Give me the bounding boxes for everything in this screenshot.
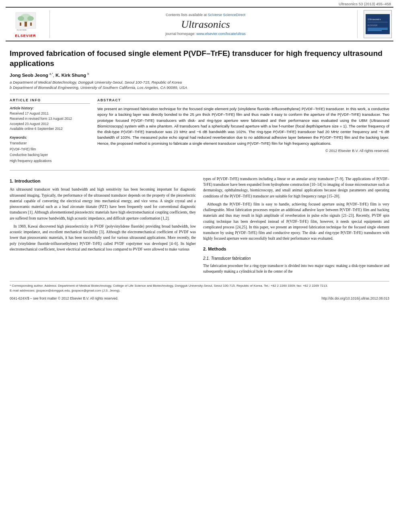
email-note: E-mail addresses: jjsspace@dongguk.edu, … bbox=[10, 288, 389, 293]
journal-center: Contents lists available at SciVerse Sci… bbox=[54, 10, 357, 38]
journal-ref-text: Ultrasonics 53 (2013) 455–458 bbox=[339, 2, 391, 6]
info-abstract-row: ARTICLE INFO Article history: Received 1… bbox=[10, 98, 389, 164]
divider bbox=[10, 94, 389, 94]
svg-rect-5 bbox=[20, 23, 21, 26]
authors-line: Jong Seob Jeong a,*, K. Kirk Shung b bbox=[10, 72, 389, 78]
keyword-1: Transducer bbox=[10, 140, 90, 146]
journal-logo-right: Ultrasonics ELSEVIER bbox=[357, 10, 393, 38]
elsevier-figure-icon: ELSEVIER bbox=[14, 10, 38, 33]
sciverse-line: Contents lists available at SciVerse Sci… bbox=[54, 13, 357, 17]
elsevier-logo: ELSEVIER ELSEVIER bbox=[6, 10, 50, 38]
abstract-text: We present an improved fabrication techn… bbox=[97, 106, 389, 146]
affiliation-a: a Department of Medical Biotechnology, D… bbox=[10, 80, 389, 84]
svg-rect-2 bbox=[25, 22, 27, 27]
keywords-label: Keywords: bbox=[10, 136, 90, 140]
methods-text: The fabrication procedure for a ring-typ… bbox=[203, 263, 389, 275]
svg-point-4 bbox=[27, 16, 34, 21]
date-received: Received 17 August 2011 bbox=[10, 111, 90, 116]
ultrasonics-logo-box: Ultrasonics ELSEVIER bbox=[364, 10, 392, 38]
svg-text:ELSEVIER: ELSEVIER bbox=[368, 24, 378, 27]
history-label: Article history: bbox=[10, 106, 90, 110]
svg-rect-13 bbox=[368, 29, 388, 30]
abstract-col: ABSTRACT We present an improved fabricat… bbox=[97, 98, 389, 164]
svg-rect-12 bbox=[368, 28, 388, 29]
elsevier-label: ELSEVIER bbox=[15, 34, 36, 38]
svg-rect-6 bbox=[30, 23, 32, 26]
svg-rect-14 bbox=[368, 30, 382, 31]
date-accepted: Accepted 23 August 2012 bbox=[10, 121, 90, 127]
doi-line[interactable]: http://dx.doi.org/10.1016/j.ultras.2012.… bbox=[321, 296, 389, 300]
affiliation-b: b Department of Biomedical Engineering, … bbox=[10, 85, 389, 90]
keyword-2: P(VDF-TrFE) film bbox=[10, 146, 90, 152]
ultrasonics-logo-icon: Ultrasonics ELSEVIER bbox=[366, 14, 390, 34]
corresponding-author-note: * Corresponding author. Address: Departm… bbox=[10, 283, 389, 288]
keyword-3: Conductive backing layer bbox=[10, 152, 90, 158]
svg-text:Ultrasonics: Ultrasonics bbox=[368, 18, 381, 21]
footer-bar: 0041-624X/$ – see front matter © 2012 El… bbox=[0, 295, 399, 302]
intro-title: 1. Introduction bbox=[10, 178, 196, 185]
article-info-col: ARTICLE INFO Article history: Received 1… bbox=[10, 98, 90, 164]
article-outer: Improved fabrication of focused single e… bbox=[0, 41, 399, 168]
keyword-4: High frequency applications bbox=[10, 158, 90, 164]
date-available: Available online 6 September 2012 bbox=[10, 126, 90, 131]
copyright-line: © 2012 Elsevier B.V. All rights reserved… bbox=[97, 149, 389, 153]
article-title: Improved fabrication of focused single e… bbox=[10, 49, 389, 68]
author-kirk: K. Kirk Shung bbox=[56, 73, 86, 78]
journal-reference: Ultrasonics 53 (2013) 455–458 bbox=[0, 0, 399, 7]
intro-para-1: An ultrasound transducer with broad band… bbox=[10, 187, 196, 221]
footnote-section: * Corresponding author. Address: Departm… bbox=[10, 281, 389, 293]
right-para-1: types of P(VDF–TrFE) transducers includi… bbox=[203, 176, 389, 199]
col-right: types of P(VDF–TrFE) transducers includi… bbox=[203, 176, 389, 277]
journal-header: ELSEVIER ELSEVIER Contents lists availab… bbox=[6, 7, 393, 41]
svg-text:ELSEVIER: ELSEVIER bbox=[17, 29, 27, 31]
methods-sub-title: 2.1. Transducer fabrication bbox=[203, 255, 389, 261]
date-revised: Received in revised form 13 August 2012 bbox=[10, 116, 90, 121]
intro-para-2: In 1969, Kawai discovered high piezoelec… bbox=[10, 224, 196, 252]
journal-homepage: journal homepage: www.elsevier.com/locat… bbox=[54, 32, 357, 36]
right-para-2: Although the P(VDF–TrFE) film is easy to… bbox=[203, 201, 389, 242]
methods-title: 2. Methods bbox=[203, 246, 389, 253]
body-divider bbox=[10, 170, 389, 170]
homepage-url[interactable]: www.elsevier.com/locate/ultras bbox=[196, 32, 246, 36]
author-jong: Jong Seob Jeong bbox=[10, 73, 48, 78]
svg-point-3 bbox=[18, 16, 24, 21]
body-columns: 1. Introduction An ultrasound transducer… bbox=[0, 176, 399, 277]
abstract-header: ABSTRACT bbox=[97, 98, 389, 104]
journal-title: Ultrasonics bbox=[54, 18, 357, 31]
col-left: 1. Introduction An ultrasound transducer… bbox=[10, 176, 196, 277]
sciverse-link[interactable]: SciVerse ScienceDirect bbox=[208, 13, 246, 17]
article-info-header: ARTICLE INFO bbox=[10, 98, 90, 104]
issn-line: 0041-624X/$ – see front matter © 2012 El… bbox=[10, 296, 118, 300]
page-wrapper: Ultrasonics 53 (2013) 455–458 ELSEVIER E… bbox=[0, 0, 399, 302]
